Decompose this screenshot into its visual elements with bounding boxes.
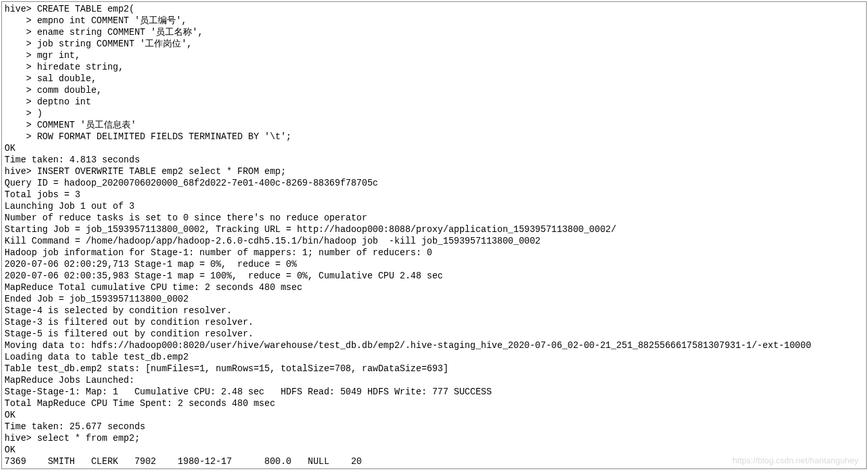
terminal-output: hive> CREATE TABLE emp2( > empno int COM… <box>2 2 866 468</box>
terminal-container[interactable]: hive> CREATE TABLE emp2( > empno int COM… <box>1 1 867 469</box>
